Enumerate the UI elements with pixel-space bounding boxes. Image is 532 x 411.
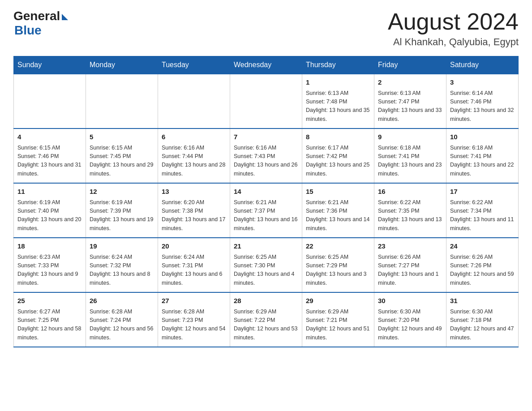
day-info: Sunrise: 6:19 AMSunset: 7:39 PMDaylight:…	[90, 198, 154, 233]
day-info: Sunrise: 6:15 AMSunset: 7:46 PMDaylight:…	[17, 144, 82, 179]
weekday-header-thursday: Thursday	[302, 56, 374, 74]
day-number: 12	[90, 187, 154, 197]
day-info: Sunrise: 6:25 AMSunset: 7:29 PMDaylight:…	[306, 253, 370, 288]
calendar-cell: 29Sunrise: 6:29 AMSunset: 7:21 PMDayligh…	[302, 292, 374, 347]
calendar-week-row: 18Sunrise: 6:23 AMSunset: 7:33 PMDayligh…	[14, 238, 519, 292]
calendar-cell: 2Sunrise: 6:13 AMSunset: 7:47 PMDaylight…	[374, 74, 446, 128]
day-number: 27	[162, 296, 226, 306]
day-info: Sunrise: 6:16 AMSunset: 7:43 PMDaylight:…	[234, 144, 298, 179]
day-number: 13	[162, 187, 226, 197]
calendar-cell: 8Sunrise: 6:17 AMSunset: 7:42 PMDaylight…	[302, 128, 374, 183]
weekday-header-row: SundayMondayTuesdayWednesdayThursdayFrid…	[14, 56, 519, 74]
day-number: 22	[306, 241, 370, 252]
day-number: 29	[306, 296, 370, 306]
day-info: Sunrise: 6:13 AMSunset: 7:48 PMDaylight:…	[306, 89, 370, 124]
calendar-cell: 9Sunrise: 6:18 AMSunset: 7:41 PMDaylight…	[374, 128, 446, 183]
day-info: Sunrise: 6:29 AMSunset: 7:22 PMDaylight:…	[234, 308, 298, 342]
day-number: 3	[450, 77, 515, 88]
day-number: 16	[378, 187, 442, 197]
day-info: Sunrise: 6:24 AMSunset: 7:31 PMDaylight:…	[162, 253, 226, 288]
weekday-header-tuesday: Tuesday	[158, 56, 230, 74]
calendar-week-row: 11Sunrise: 6:19 AMSunset: 7:40 PMDayligh…	[14, 183, 519, 238]
calendar-cell: 3Sunrise: 6:14 AMSunset: 7:46 PMDaylight…	[446, 74, 519, 128]
day-number: 19	[90, 241, 154, 252]
calendar-cell: 19Sunrise: 6:24 AMSunset: 7:32 PMDayligh…	[86, 238, 158, 292]
calendar-cell: 7Sunrise: 6:16 AMSunset: 7:43 PMDaylight…	[230, 128, 302, 183]
day-number: 30	[378, 296, 442, 306]
day-info: Sunrise: 6:18 AMSunset: 7:41 PMDaylight:…	[450, 144, 515, 179]
calendar-cell: 14Sunrise: 6:21 AMSunset: 7:37 PMDayligh…	[230, 183, 302, 238]
day-number: 2	[378, 77, 442, 88]
day-number: 11	[17, 187, 82, 197]
day-number: 14	[234, 187, 298, 197]
day-info: Sunrise: 6:30 AMSunset: 7:20 PMDaylight:…	[378, 308, 442, 342]
logo-arrow-icon	[62, 14, 68, 20]
day-info: Sunrise: 6:26 AMSunset: 7:27 PMDaylight:…	[378, 253, 442, 288]
calendar-cell: 10Sunrise: 6:18 AMSunset: 7:41 PMDayligh…	[446, 128, 519, 183]
calendar-cell: 24Sunrise: 6:26 AMSunset: 7:26 PMDayligh…	[446, 238, 519, 292]
day-info: Sunrise: 6:17 AMSunset: 7:42 PMDaylight:…	[306, 144, 370, 179]
logo-blue-text: Blue	[14, 23, 42, 38]
day-number: 17	[450, 187, 515, 197]
calendar-cell: 16Sunrise: 6:22 AMSunset: 7:35 PMDayligh…	[374, 183, 446, 238]
weekday-header-saturday: Saturday	[446, 56, 519, 74]
day-info: Sunrise: 6:28 AMSunset: 7:23 PMDaylight:…	[162, 308, 226, 342]
day-number: 23	[378, 241, 442, 252]
calendar-cell: 18Sunrise: 6:23 AMSunset: 7:33 PMDayligh…	[14, 238, 86, 292]
day-info: Sunrise: 6:29 AMSunset: 7:21 PMDaylight:…	[306, 308, 370, 342]
day-info: Sunrise: 6:13 AMSunset: 7:47 PMDaylight:…	[378, 89, 442, 124]
day-number: 28	[234, 296, 298, 306]
logo: General Blue	[13, 9, 68, 38]
day-info: Sunrise: 6:26 AMSunset: 7:26 PMDaylight:…	[450, 253, 515, 288]
header-right: August 2024 Al Khankah, Qalyubia, Egypt	[388, 9, 519, 48]
day-number: 15	[306, 187, 370, 197]
day-info: Sunrise: 6:21 AMSunset: 7:36 PMDaylight:…	[306, 198, 370, 233]
weekday-header-monday: Monday	[86, 56, 158, 74]
calendar-cell: 28Sunrise: 6:29 AMSunset: 7:22 PMDayligh…	[230, 292, 302, 347]
calendar-cell: 22Sunrise: 6:25 AMSunset: 7:29 PMDayligh…	[302, 238, 374, 292]
calendar-cell: 20Sunrise: 6:24 AMSunset: 7:31 PMDayligh…	[158, 238, 230, 292]
day-number: 1	[306, 77, 370, 88]
calendar-week-row: 25Sunrise: 6:27 AMSunset: 7:25 PMDayligh…	[14, 292, 519, 347]
calendar-cell: 6Sunrise: 6:16 AMSunset: 7:44 PMDaylight…	[158, 128, 230, 183]
day-info: Sunrise: 6:30 AMSunset: 7:18 PMDaylight:…	[450, 308, 515, 342]
day-info: Sunrise: 6:22 AMSunset: 7:34 PMDaylight:…	[450, 198, 515, 233]
day-number: 31	[450, 296, 515, 306]
day-number: 10	[450, 132, 515, 142]
calendar-cell: 11Sunrise: 6:19 AMSunset: 7:40 PMDayligh…	[14, 183, 86, 238]
calendar-week-row: 1Sunrise: 6:13 AMSunset: 7:48 PMDaylight…	[14, 74, 519, 128]
day-number: 26	[90, 296, 154, 306]
day-info: Sunrise: 6:19 AMSunset: 7:40 PMDaylight:…	[17, 198, 82, 233]
calendar-cell: 23Sunrise: 6:26 AMSunset: 7:27 PMDayligh…	[374, 238, 446, 292]
day-number: 21	[234, 241, 298, 252]
day-number: 4	[17, 132, 82, 142]
weekday-header-wednesday: Wednesday	[230, 56, 302, 74]
day-info: Sunrise: 6:24 AMSunset: 7:32 PMDaylight:…	[90, 253, 154, 288]
calendar-cell: 4Sunrise: 6:15 AMSunset: 7:46 PMDaylight…	[14, 128, 86, 183]
calendar-cell: 15Sunrise: 6:21 AMSunset: 7:36 PMDayligh…	[302, 183, 374, 238]
calendar-cell	[14, 74, 86, 128]
calendar-cell: 17Sunrise: 6:22 AMSunset: 7:34 PMDayligh…	[446, 183, 519, 238]
day-number: 6	[162, 132, 226, 142]
weekday-header-sunday: Sunday	[14, 56, 86, 74]
calendar-cell	[86, 74, 158, 128]
weekday-header-friday: Friday	[374, 56, 446, 74]
calendar-cell: 27Sunrise: 6:28 AMSunset: 7:23 PMDayligh…	[158, 292, 230, 347]
day-info: Sunrise: 6:21 AMSunset: 7:37 PMDaylight:…	[234, 198, 298, 233]
day-number: 7	[234, 132, 298, 142]
day-number: 25	[17, 296, 82, 306]
day-number: 20	[162, 241, 226, 252]
day-info: Sunrise: 6:16 AMSunset: 7:44 PMDaylight:…	[162, 144, 226, 179]
day-info: Sunrise: 6:27 AMSunset: 7:25 PMDaylight:…	[17, 308, 82, 342]
day-number: 9	[378, 132, 442, 142]
calendar-cell: 26Sunrise: 6:28 AMSunset: 7:24 PMDayligh…	[86, 292, 158, 347]
day-info: Sunrise: 6:18 AMSunset: 7:41 PMDaylight:…	[378, 144, 442, 179]
day-number: 5	[90, 132, 154, 142]
calendar-table: SundayMondayTuesdayWednesdayThursdayFrid…	[13, 56, 519, 347]
day-info: Sunrise: 6:23 AMSunset: 7:33 PMDaylight:…	[17, 253, 82, 288]
month-year-title: August 2024	[388, 9, 519, 34]
calendar-cell: 5Sunrise: 6:15 AMSunset: 7:45 PMDaylight…	[86, 128, 158, 183]
day-info: Sunrise: 6:20 AMSunset: 7:38 PMDaylight:…	[162, 198, 226, 233]
calendar-cell	[158, 74, 230, 128]
page-header: General Blue August 2024 Al Khankah, Qal…	[13, 9, 519, 48]
